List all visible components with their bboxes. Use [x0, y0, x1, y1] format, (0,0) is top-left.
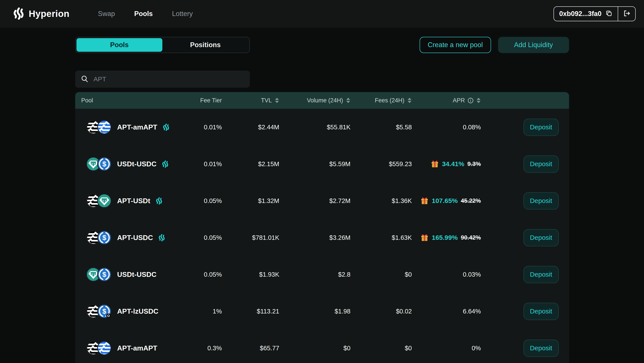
token-icon-amAPT	[97, 341, 112, 355]
fee-tier-cell: 1%	[198, 308, 222, 315]
nav-links: SwapPoolsLottery	[98, 10, 193, 18]
token-icon-USDC: $	[97, 230, 112, 245]
tvl-cell: $1.32M	[222, 197, 280, 205]
token-pair-icons: $	[86, 230, 112, 245]
table-row[interactable]: APT-amAPT 0.01%$2.44M$55.81K$5.580.08%De…	[75, 109, 569, 146]
wallet-button[interactable]: 0xb092...3fa0	[554, 6, 636, 21]
column-label: Volume (24H)	[307, 97, 343, 104]
table-row[interactable]: $ APT-USDC 0.05%$781.01K$3.26M$1.63K 165…	[75, 219, 569, 256]
search-icon	[81, 75, 88, 83]
apr-cell: 107.65%45.22%	[412, 197, 481, 205]
tab-positions[interactable]: Positions	[162, 38, 248, 52]
apr-boosted-value: 165.99%	[432, 234, 458, 241]
column-header-apr[interactable]: APR	[412, 97, 481, 104]
svg-text:$: $	[102, 307, 106, 315]
volume-cell: $55.81K	[280, 124, 350, 131]
info-icon[interactable]	[468, 98, 474, 104]
svg-text:$: $	[102, 270, 106, 278]
tvl-cell: $65.77	[222, 344, 280, 352]
apr-value: 0.08%	[463, 124, 481, 131]
pool-cell: $ APT-lzUSDC	[75, 304, 198, 318]
pool-name: APT-lzUSDC	[117, 307, 158, 315]
brand[interactable]: Hyperion	[12, 7, 70, 21]
apr-cell: 0%	[412, 344, 481, 352]
fees-cell: $559.23	[350, 160, 412, 168]
apr-boosted-value: 107.65%	[432, 197, 458, 205]
pools-table: PoolFee TierTVL Volume (24H) Fees (24H) …	[75, 92, 569, 363]
apr-previous-value: 45.22%	[461, 197, 481, 204]
deposit-button[interactable]: Deposit	[524, 155, 559, 173]
apr-cell: 0.08%	[412, 124, 481, 131]
hyperion-logo-icon	[12, 7, 25, 21]
token-pair-icons: $	[86, 304, 112, 318]
action-cell: Deposit	[481, 229, 569, 246]
apr-value: 0%	[472, 344, 481, 352]
pool-name: APT-amAPT	[117, 123, 157, 131]
column-header-fees[interactable]: Fees (24H)	[350, 97, 412, 104]
deposit-button[interactable]: Deposit	[524, 266, 559, 283]
hyperion-incentive-icon	[158, 234, 166, 242]
nav-link-pools[interactable]: Pools	[134, 10, 153, 18]
wallet-address-section[interactable]: 0xb092...3fa0	[554, 7, 618, 21]
sort-icon[interactable]	[407, 98, 412, 103]
column-header-volume[interactable]: Volume (24H)	[280, 97, 350, 104]
copy-icon[interactable]	[606, 10, 612, 18]
table-row[interactable]: $ USDt-USDC 0.01%$2.15M$5.59M$559.23 34.…	[75, 146, 569, 182]
action-cell: Deposit	[481, 266, 569, 283]
pool-cell: APT-amAPT	[75, 120, 198, 134]
wallet-address: 0xb092...3fa0	[559, 10, 602, 18]
apr-cell: 0.03%	[412, 271, 481, 278]
hyperion-incentive-icon	[161, 160, 169, 168]
fee-tier-cell: 0.05%	[198, 271, 222, 278]
column-label: Fees (24H)	[375, 97, 404, 104]
pool-name: APT-USDC	[117, 234, 153, 242]
table-row[interactable]: APT-USDt 0.05%$1.32M$2.72M$1.36K 107.65%…	[75, 182, 569, 219]
create-pool-button[interactable]: Create a new pool	[420, 37, 491, 53]
svg-text:$: $	[102, 160, 106, 168]
deposit-button[interactable]: Deposit	[524, 119, 559, 136]
deposit-button[interactable]: Deposit	[524, 192, 559, 210]
pool-name: APT-USDt	[117, 197, 150, 205]
table-row[interactable]: $ USDt-USDC0.05%$1.93K$2.8$00.03%Deposit	[75, 256, 569, 293]
search-input[interactable]	[93, 75, 244, 83]
sort-icon[interactable]	[274, 98, 280, 103]
tvl-cell: $2.44M	[222, 124, 280, 131]
token-icon-lzUSDC: $	[97, 304, 112, 318]
action-cell: Deposit	[481, 192, 569, 210]
column-label: Fee Tier	[200, 97, 222, 104]
action-cell: Deposit	[481, 339, 569, 357]
pool-cell: $ USDt-USDC	[75, 267, 198, 282]
hyperion-incentive-icon	[155, 197, 163, 205]
pools-positions-toggle: PoolsPositions	[75, 37, 250, 53]
fee-tier-cell: 0.3%	[198, 344, 222, 352]
tab-pools[interactable]: Pools	[76, 38, 162, 52]
sort-icon[interactable]	[346, 98, 350, 103]
nav-link-lottery[interactable]: Lottery	[172, 10, 193, 18]
tvl-cell: $1.93K	[222, 271, 280, 278]
volume-cell: $3.26M	[280, 234, 350, 241]
logout-icon	[623, 10, 630, 18]
sort-icon[interactable]	[476, 98, 481, 103]
table-row[interactable]: APT-amAPT0.3%$65.77$0$00%Deposit	[75, 330, 569, 363]
deposit-button[interactable]: Deposit	[524, 229, 559, 246]
gift-icon	[431, 160, 439, 168]
column-header-fee: Fee Tier	[198, 97, 222, 104]
deposit-button[interactable]: Deposit	[524, 303, 559, 320]
table-row[interactable]: $ APT-lzUSDC1%$113.21$1.98$0.026.64%Depo…	[75, 293, 569, 330]
pool-name: USDt-USDC	[117, 270, 157, 279]
fees-cell: $0	[350, 271, 412, 278]
deposit-button[interactable]: Deposit	[524, 339, 559, 357]
volume-cell: $1.98	[280, 308, 350, 315]
search-bar[interactable]	[75, 71, 250, 88]
apr-value: 0.03%	[463, 271, 481, 278]
hyperion-incentive-icon	[162, 123, 170, 131]
add-liquidity-button[interactable]: Add Liquidity	[498, 37, 569, 53]
pool-cell: APT-USDt	[75, 194, 198, 208]
token-pair-icons: $	[86, 157, 112, 171]
nav-link-swap[interactable]: Swap	[98, 10, 115, 18]
column-header-pool: Pool	[75, 97, 198, 104]
fees-cell: $5.58	[350, 124, 412, 131]
column-header-tvl[interactable]: TVL	[222, 97, 280, 104]
logout-button[interactable]	[618, 7, 635, 21]
fees-cell: $0.02	[350, 308, 412, 315]
